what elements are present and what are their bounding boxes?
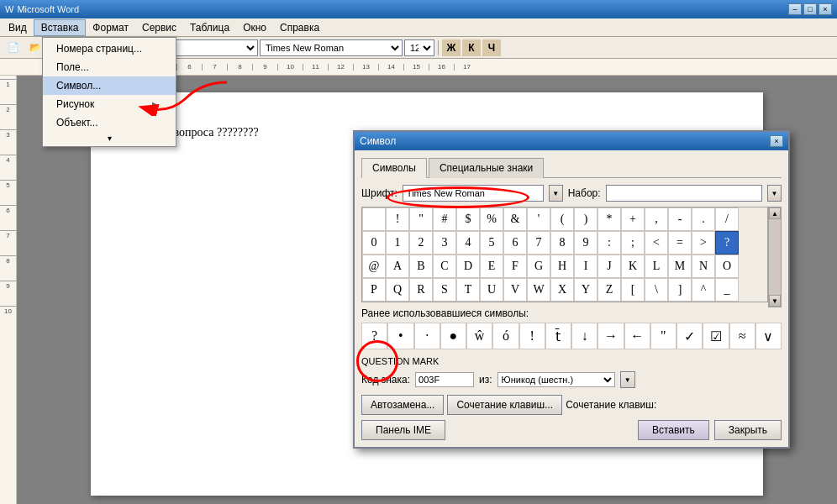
- new-button[interactable]: 📄: [3, 39, 24, 57]
- recently-cell[interactable]: ✓: [676, 323, 703, 349]
- symbol-cell[interactable]: /: [715, 207, 739, 231]
- menu-insert[interactable]: Вставка: [34, 19, 87, 36]
- insert-button[interactable]: Вставить: [638, 420, 709, 440]
- shortcut-set-button[interactable]: Сочетание клавиш...: [447, 395, 562, 415]
- symbol-cell[interactable]: (: [550, 207, 574, 231]
- autocorrect-button[interactable]: Автозамена...: [361, 395, 444, 415]
- menu-table[interactable]: Таблица: [183, 20, 236, 35]
- dropdown-more[interactable]: ▾: [43, 132, 176, 144]
- symbol-cell[interactable]: 8: [550, 231, 574, 255]
- symbol-cell[interactable]: C: [433, 255, 456, 278]
- symbol-cell[interactable]: R: [409, 278, 433, 302]
- symbol-cell[interactable]: &: [503, 207, 527, 231]
- symbol-scrollbar[interactable]: ▲ ▼: [768, 207, 782, 307]
- menu-item-field[interactable]: Поле...: [43, 58, 176, 76]
- from-dropdown-btn[interactable]: ▼: [620, 371, 635, 388]
- symbol-cell[interactable]: J: [597, 255, 621, 278]
- symbol-cell[interactable]: 4: [456, 231, 480, 255]
- symbol-cell[interactable]: [: [621, 278, 645, 302]
- symbol-cell[interactable]: Y: [574, 278, 597, 302]
- recently-cell[interactable]: ≈: [729, 323, 755, 349]
- symbol-cell[interactable]: :: [597, 231, 621, 255]
- symbol-cell[interactable]: ): [574, 207, 597, 231]
- minimize-button[interactable]: –: [788, 3, 802, 15]
- symbol-cell[interactable]: ': [527, 207, 550, 231]
- tab-special[interactable]: Специальные знаки: [429, 158, 544, 178]
- code-input[interactable]: [415, 372, 474, 387]
- symbol-cell[interactable]: S: [433, 278, 456, 302]
- symbol-cell[interactable]: M: [668, 255, 692, 278]
- symbol-cell[interactable]: 1: [386, 231, 409, 255]
- symbol-cell[interactable]: 7: [527, 231, 550, 255]
- symbol-cell[interactable]: @: [362, 255, 386, 278]
- symbol-cell[interactable]: [362, 207, 386, 231]
- menu-view[interactable]: Вид: [2, 20, 34, 35]
- font-select[interactable]: Times New Roman: [260, 39, 403, 56]
- symbol-cell[interactable]: +: [621, 207, 645, 231]
- maximize-button[interactable]: □: [803, 3, 817, 15]
- symbol-cell[interactable]: W: [527, 278, 550, 302]
- scroll-up-btn[interactable]: ▲: [769, 207, 781, 219]
- symbol-cell[interactable]: ,: [645, 207, 668, 231]
- recently-cell[interactable]: ": [650, 323, 676, 349]
- symbol-cell[interactable]: H: [550, 255, 574, 278]
- from-select[interactable]: Юникод (шестн.): [497, 372, 615, 387]
- tab-symbols[interactable]: Символы: [361, 158, 427, 178]
- menu-service[interactable]: Сервис: [135, 20, 183, 35]
- symbol-cell[interactable]: G: [527, 255, 550, 278]
- symbol-cell[interactable]: D: [456, 255, 480, 278]
- size-select[interactable]: 12: [404, 39, 434, 56]
- symbol-cell[interactable]: Z: [597, 278, 621, 302]
- recently-cell[interactable]: •: [387, 323, 413, 349]
- recently-cell[interactable]: ↓: [571, 323, 597, 349]
- symbol-cell[interactable]: -: [668, 207, 692, 231]
- symbol-cell[interactable]: 9: [574, 231, 597, 255]
- symbol-cell[interactable]: U: [480, 278, 503, 302]
- recently-cell[interactable]: ŵ: [466, 323, 492, 349]
- symbol-cell[interactable]: #: [433, 207, 456, 231]
- recently-cell[interactable]: ?: [361, 323, 387, 349]
- symbol-cell[interactable]: 2: [409, 231, 433, 255]
- symbol-cell[interactable]: 0: [362, 231, 386, 255]
- recently-cell[interactable]: →: [597, 323, 624, 349]
- symbol-cell[interactable]: 6: [503, 231, 527, 255]
- symbol-cell[interactable]: ^: [692, 278, 715, 302]
- symbol-cell[interactable]: L: [645, 255, 668, 278]
- recently-cell[interactable]: ←: [624, 323, 650, 349]
- symbol-cell[interactable]: A: [386, 255, 409, 278]
- symbol-cell[interactable]: *: [597, 207, 621, 231]
- symbol-cell[interactable]: >: [692, 231, 715, 255]
- recently-cell[interactable]: t̄: [545, 323, 571, 349]
- symbol-cell[interactable]: ;: [621, 231, 645, 255]
- menu-item-picture[interactable]: Рисунок ▶: [43, 95, 176, 113]
- menu-item-page-numbers[interactable]: Номера страниц...: [43, 39, 176, 58]
- font-input[interactable]: [403, 185, 544, 202]
- symbol-cell[interactable]: ?: [715, 231, 739, 255]
- menu-help[interactable]: Справка: [273, 20, 326, 35]
- bold-button[interactable]: Ж: [442, 39, 461, 56]
- symbol-cell[interactable]: K: [621, 255, 645, 278]
- set-dropdown-btn[interactable]: ▼: [767, 185, 782, 202]
- symbol-cell[interactable]: ]: [668, 278, 692, 302]
- symbol-cell[interactable]: <: [645, 231, 668, 255]
- menu-item-symbol[interactable]: Символ...: [43, 76, 176, 95]
- recently-cell[interactable]: ∨: [755, 323, 782, 349]
- symbol-cell[interactable]: =: [668, 231, 692, 255]
- symbol-cell[interactable]: _: [715, 278, 739, 302]
- symbol-cell[interactable]: I: [574, 255, 597, 278]
- set-input[interactable]: [606, 185, 763, 202]
- recently-cell[interactable]: !: [519, 323, 545, 349]
- symbol-cell[interactable]: N: [692, 255, 715, 278]
- symbol-cell[interactable]: O: [715, 255, 739, 278]
- symbol-cell[interactable]: Q: [386, 278, 409, 302]
- close-button[interactable]: ×: [819, 3, 832, 15]
- italic-button[interactable]: К: [462, 39, 481, 56]
- symbol-cell[interactable]: T: [456, 278, 480, 302]
- symbol-cell[interactable]: $: [456, 207, 480, 231]
- close-dialog-button[interactable]: Закрыть: [714, 420, 782, 440]
- symbol-cell[interactable]: !: [386, 207, 409, 231]
- symbol-cell[interactable]: .: [692, 207, 715, 231]
- symbol-cell[interactable]: %: [480, 207, 503, 231]
- recently-cell[interactable]: ó: [492, 323, 519, 349]
- symbol-cell[interactable]: E: [480, 255, 503, 278]
